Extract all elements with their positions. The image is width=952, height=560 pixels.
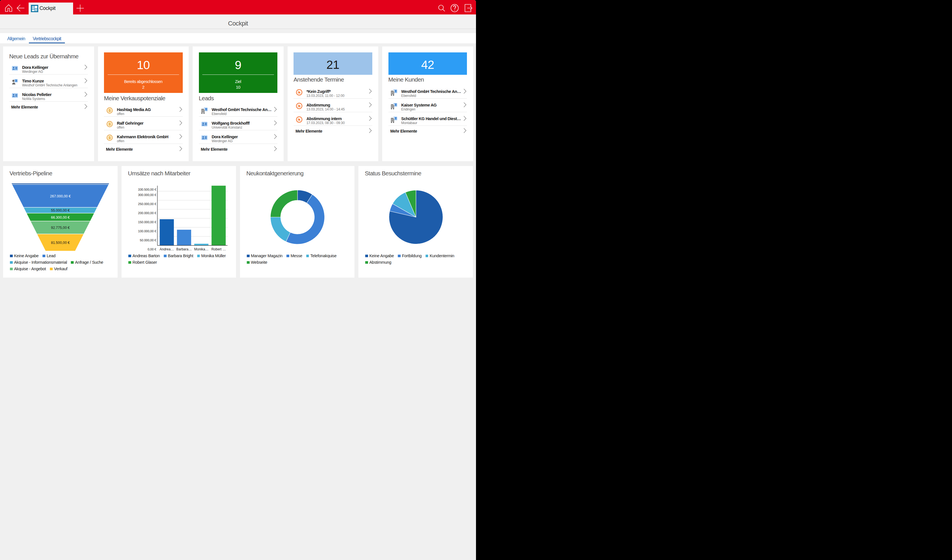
legend-item: Akquise - Angebot	[10, 266, 46, 272]
item-subtitle: Werdinger AG	[212, 139, 274, 143]
chart-legend: Manager MagazinMesseTelefonakquiseWebsei…	[247, 253, 351, 265]
list-item[interactable]: Schüttler KG Handel und Diest…Montabaur	[388, 112, 467, 126]
chevron-right-icon	[274, 107, 277, 113]
more-elements-button[interactable]: Mehr Elemente	[388, 126, 467, 137]
donut-segment[interactable]	[270, 217, 291, 241]
back-button[interactable]	[15, 0, 26, 14]
legend-item: Keine Angabe	[365, 253, 394, 259]
more-elements-button[interactable]: Mehr Elemente	[104, 144, 183, 155]
legend-item: Anfrage / Suche	[71, 260, 103, 265]
list-item[interactable]: Abstimmung intern17.03.2023, 08:30 - 09:…	[294, 112, 372, 126]
list-item[interactable]: Dora KellingerWerdinger AG	[9, 61, 88, 74]
funnel-segment[interactable]	[12, 183, 109, 184]
item-title: Timo Kunze	[22, 79, 85, 83]
card-neukontaktgenerierung: Neukontaktgenerierung Manager MagazinMes…	[240, 166, 354, 278]
legend-swatch	[164, 255, 167, 258]
contact-card-icon	[201, 133, 208, 142]
bar[interactable]	[177, 230, 191, 245]
kpi-tile[interactable]: 9 Ziel 10	[199, 52, 278, 93]
chevron-right-icon	[85, 78, 87, 85]
card-title: Anstehende Termine	[294, 76, 372, 83]
card-title: Leads	[199, 95, 278, 102]
item-title: Wolfgang Brockhofff	[212, 121, 274, 125]
kpi-tile[interactable]: 21	[294, 52, 372, 75]
legend-item: Akquise - Informationsmaterial	[10, 260, 67, 265]
more-elements-button[interactable]: Mehr Elemente	[9, 102, 88, 113]
legend-item: Webseite	[247, 260, 267, 265]
appointment-icon	[295, 115, 303, 124]
item-subtitle: offen	[117, 112, 179, 116]
more-elements-button[interactable]: Mehr Elemente	[199, 144, 278, 155]
appointment-icon	[295, 102, 303, 110]
chart-legend: Andreas BartonBarbara BrightMonika Mülle…	[128, 253, 232, 265]
search-button[interactable]	[438, 0, 445, 14]
kpi-value: 42	[388, 58, 467, 72]
logout-icon	[464, 3, 472, 11]
legend-item: Verkauf	[50, 266, 67, 272]
chevron-right-icon	[179, 146, 182, 153]
company-icon	[391, 88, 398, 97]
item-subtitle: Universität Konstanz	[212, 125, 274, 130]
legend-label: Verkauf	[54, 267, 67, 271]
list-item[interactable]: Abstimmung13.03.2023, 14:00 - 14:45	[294, 99, 372, 112]
list-item[interactable]: Wolfgang BrockhofffUniversität Konstanz	[199, 117, 278, 130]
bar[interactable]	[194, 244, 209, 245]
list-item[interactable]: Westhof GmbH Technische An…Ebensfeld	[199, 103, 278, 117]
legend-label: Webseite	[251, 260, 267, 265]
new-tab-button[interactable]	[76, 0, 84, 14]
y-tick-label: 100.000,00 €	[138, 229, 156, 233]
legend-label: Akquise - Angebot	[14, 267, 46, 271]
potential-1-icon: 1	[106, 106, 113, 115]
company-icon	[391, 115, 398, 124]
funnel-value-label: 66.300,00 €	[51, 215, 70, 219]
help-button[interactable]	[450, 0, 459, 14]
item-title: Abstimmung	[307, 103, 369, 107]
kpi-value: 21	[294, 58, 372, 72]
item-subtitle: offen	[117, 139, 179, 143]
chevron-right-icon	[85, 65, 87, 71]
card-status-besuchstermine: Status Besuchstermine Keine AngabeFortbi…	[359, 166, 473, 278]
chevron-right-icon	[85, 92, 87, 98]
list-item[interactable]: Kaiser Systeme AGEndingen	[388, 99, 467, 112]
kpi-value: 10	[104, 59, 183, 72]
card-title: Meine Kunden	[388, 76, 467, 83]
legend-item: Abstimmung	[365, 260, 391, 265]
item-title: Dora Kellinger	[22, 65, 85, 70]
tab-allgemein[interactable]: Allgemein	[3, 33, 29, 43]
list-item[interactable]: Timo KunzeWesthof GmbH Technische Anlang…	[9, 74, 88, 88]
funnel-value-label: 55.000,00 €	[51, 208, 70, 213]
home-button[interactable]	[3, 0, 14, 14]
legend-label: Kundentermin	[430, 253, 454, 258]
kpi-tile[interactable]: 42	[388, 52, 467, 75]
list-item[interactable]: 1 Hashtag Media AGoffen	[104, 103, 183, 117]
bar[interactable]	[160, 219, 174, 245]
list-item[interactable]: *Kein Zugriff*13.03.2023, 11:00 - 12:00	[294, 85, 372, 99]
legend-swatch	[10, 255, 13, 258]
chevron-right-icon	[274, 134, 277, 140]
legend-label: Keine Angabe	[14, 253, 39, 258]
contact-card-icon	[11, 91, 19, 100]
donut-segment[interactable]	[270, 190, 298, 217]
tab-vertriebscockpit[interactable]: Vertriebscockpit	[29, 33, 65, 43]
list-item[interactable]: Dora KellingerWerdinger AG	[199, 130, 278, 144]
x-tick-label: Barbara…	[176, 247, 192, 251]
list-item[interactable]: Nicolas PelletierNoWa Systems	[9, 88, 88, 102]
legend-swatch	[128, 255, 131, 258]
list-item[interactable]: Westhof GmbH Technische An…Ebensfeld	[388, 85, 467, 99]
item-title: Abstimmung intern	[307, 116, 369, 121]
logout-button[interactable]	[463, 0, 473, 14]
kpi-tile[interactable]: 10 Bereits abgeschlossen 2	[104, 52, 183, 93]
item-title: *Kein Zugriff*	[307, 89, 369, 94]
termine-list: *Kein Zugriff*13.03.2023, 11:00 - 12:00 …	[294, 85, 372, 126]
item-subtitle: NoWa Systems	[22, 97, 85, 101]
svg-text:1: 1	[109, 109, 111, 112]
legend-label: Akquise - Informationsmaterial	[14, 260, 67, 265]
legend-item: Monika Müller	[197, 253, 226, 259]
list-item[interactable]: 1 Kahrmann Elektronik GmbHoffen	[104, 130, 183, 144]
contact-card-icon	[201, 120, 208, 128]
list-item[interactable]: 1 Ralf Gehringeroffen	[104, 117, 183, 130]
kpi-label: Ziel	[199, 79, 278, 84]
bar[interactable]	[212, 185, 226, 245]
open-tab-cockpit[interactable]: Cockpit	[29, 3, 73, 14]
more-elements-button[interactable]: Mehr Elemente	[294, 126, 372, 137]
